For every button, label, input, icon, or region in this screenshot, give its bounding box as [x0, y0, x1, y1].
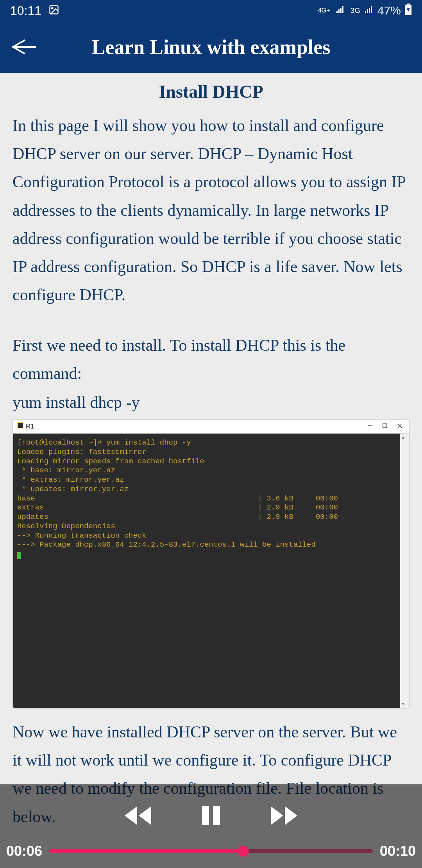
screenshot-icon: [48, 4, 59, 17]
clock-text: 10:11: [10, 4, 41, 18]
status-right: 4G+ 3G 47%: [318, 4, 412, 18]
pause-button[interactable]: [200, 805, 222, 828]
window-close-button[interactable]: [397, 423, 402, 430]
paragraph-install: First we need to install. To install DHC…: [13, 331, 409, 387]
terminal-line: Loaded plugins: fastestmirror: [17, 448, 147, 456]
svg-rect-21: [213, 806, 220, 825]
article-title: Install DHCP: [13, 73, 409, 106]
fast-forward-button[interactable]: [268, 805, 300, 828]
status-bar: 10:11 4G+ 3G 47%: [0, 0, 422, 21]
battery-charging-icon: [405, 4, 412, 18]
app-bar: Learn Linux with examples: [0, 21, 422, 73]
elapsed-time: 00:06: [6, 843, 42, 859]
signal-bars-icon: [336, 5, 345, 17]
terminal-line: ---> Package dhcp.x86_64 12:4.2.5-83.el7…: [17, 540, 316, 549]
svg-rect-11: [407, 4, 410, 5]
terminal-line: * base: mirror.yer.az: [17, 466, 115, 475]
terminal-window-title: R1: [26, 423, 367, 430]
svg-marker-19: [139, 806, 151, 825]
terminal-window: R1 [root@localhost ~]# yum install dhcp …: [13, 419, 409, 708]
terminal-line: extras | 2.9 kB 00:00: [17, 503, 338, 512]
back-button[interactable]: [7, 31, 38, 63]
seek-knob[interactable]: [238, 846, 249, 857]
rewind-button[interactable]: [122, 805, 154, 828]
command-line: yum install dhcp -y: [13, 393, 409, 412]
network-4g-label: 4G+: [318, 7, 330, 14]
article-content: Install DHCP In this page I will show yo…: [0, 73, 422, 831]
terminal-line: base | 3.6 kB 00:00: [17, 494, 338, 503]
seek-fill: [49, 849, 243, 853]
svg-rect-9: [371, 6, 372, 13]
window-maximize-button[interactable]: [382, 423, 388, 430]
terminal-line: [root@localhost ~]# yum install dhcp -y: [17, 438, 191, 447]
terminal-output: [root@localhost ~]# yum install dhcp -y …: [13, 434, 400, 708]
terminal-scrollbar[interactable]: ▴ ▾: [400, 434, 409, 708]
terminal-app-icon: [17, 422, 23, 430]
media-player: 00:06 00:10: [0, 784, 422, 868]
status-left: 10:11: [10, 4, 59, 18]
battery-percent: 47%: [377, 4, 401, 17]
terminal-line: updates | 2.9 kB 00:00: [17, 513, 338, 521]
svg-rect-13: [18, 423, 23, 428]
svg-rect-3: [338, 9, 340, 13]
svg-point-1: [52, 7, 53, 9]
total-time: 00:10: [380, 843, 416, 859]
terminal-cursor: [17, 552, 21, 559]
terminal-line: * extras: mirror.yer.az: [17, 475, 124, 484]
svg-marker-22: [271, 806, 283, 825]
svg-rect-15: [383, 424, 387, 428]
window-minimize-button[interactable]: [367, 423, 373, 430]
terminal-line: Resolving Dependencies: [17, 522, 115, 531]
svg-rect-6: [365, 11, 366, 13]
terminal-line: * updates: mirror.yer.az: [17, 485, 129, 493]
seek-row: 00:06 00:10: [0, 843, 422, 868]
signal-bars-icon-2: [364, 5, 374, 17]
svg-rect-7: [367, 9, 368, 13]
scroll-down-icon[interactable]: ▾: [402, 701, 404, 707]
scroll-up-icon[interactable]: ▴: [402, 434, 404, 440]
terminal-line: --> Running transaction check: [17, 531, 147, 540]
terminal-titlebar: R1: [13, 420, 409, 434]
terminal-line: Loading mirror speeds from cached hostfi…: [17, 457, 204, 466]
seek-bar[interactable]: [49, 849, 373, 853]
svg-marker-18: [125, 806, 137, 825]
svg-rect-5: [342, 6, 343, 13]
svg-rect-20: [202, 806, 209, 825]
svg-rect-8: [369, 8, 370, 13]
media-controls: [0, 784, 422, 843]
app-bar-title: Learn Linux with examples: [38, 36, 384, 59]
network-3g-label: 3G: [350, 6, 360, 15]
svg-rect-4: [340, 8, 342, 13]
svg-marker-23: [285, 806, 297, 825]
paragraph-intro: In this page I will show you how to inst…: [13, 111, 409, 309]
svg-rect-2: [336, 11, 338, 13]
